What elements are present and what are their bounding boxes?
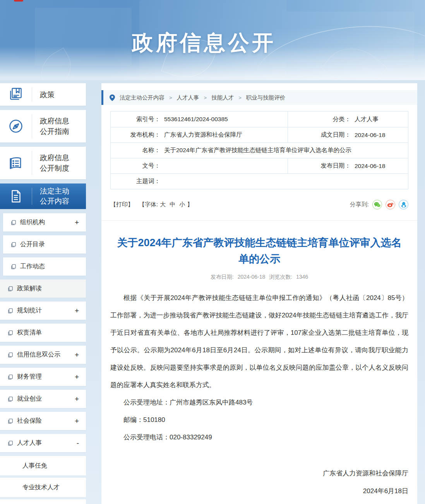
sidebar-item-label: 信用信息双公示 — [17, 351, 60, 359]
breadcrumb-item-statutory-disclosure[interactable]: 法定主动公开内容 — [120, 94, 165, 101]
signature-block: 广东省人力资源和社会保障厅 2024年6月18日 — [110, 465, 408, 500]
sidebar-item-personnel-appointment[interactable]: 人事任免 — [0, 456, 86, 475]
breadcrumb-item-skilled-talent[interactable]: 技能人才 — [211, 94, 234, 101]
index-number-label: 索引号： — [111, 115, 160, 123]
sidebar-item-catalog[interactable]: 公开目录 — [3, 235, 86, 254]
sidebar-item-organization[interactable]: 组织机构 + — [3, 213, 86, 231]
expand-icon[interactable]: + — [75, 417, 79, 425]
document-meta-table: 索引号： 553612461/2024-00385 分类： 人才人事 发布机构：… — [110, 111, 408, 189]
weibo-share-icon[interactable] — [386, 200, 395, 209]
rules-list-icon — [0, 154, 32, 171]
category-value: 人才人事 — [351, 115, 379, 123]
pages-icon — [11, 242, 16, 247]
sidebar-item-label: 法定主动公开内容 — [32, 186, 69, 206]
font-size-prefix: 【字体: — [139, 201, 158, 208]
font-size-suffix: 】 — [187, 201, 193, 208]
sidebar-item-label: 权责清单 — [17, 329, 42, 337]
font-size-large-button[interactable]: 大 — [160, 201, 166, 208]
main-layout: 政策 政府信息公开指南 — [0, 80, 425, 504]
article-title: 关于2024年广东省产教评技能生态链链主培育单位评审入选名单的公示 — [116, 235, 403, 267]
article-body: 根据《关于开展2024年产教评技能生态链链主单位申报工作的通知》（粤人社函〔20… — [110, 289, 408, 446]
table-row: 发布机构： 广东省人力资源和社会保障厅 成文日期： 2024-06-18 — [111, 127, 408, 142]
written-date-label: 成文日期： — [288, 131, 351, 139]
breadcrumb-separator: > — [169, 95, 172, 101]
sidebar-item-label: 政策 — [32, 89, 55, 100]
signature-date: 2024年6月18日 — [110, 482, 408, 500]
acceptance-address: 公示受理地址：广州市越秀区东风中路483号 — [110, 394, 408, 411]
publish-date-label: 发布日期： — [288, 162, 351, 170]
sidebar-item-credit-disclosure[interactable]: 信用信息双公示 + — [0, 346, 86, 364]
sidebar-item-social-insurance[interactable]: 社会保险 + — [0, 412, 86, 430]
breadcrumb-separator: > — [204, 95, 207, 101]
sidebar-item-policy[interactable]: 政策 — [0, 83, 86, 106]
article-meta: 发布日期: 2024-06-18 浏览次数: 1346 — [110, 274, 408, 281]
expand-icon[interactable]: + — [75, 219, 79, 226]
sidebar-item-label: 政策解读 — [17, 285, 42, 293]
table-row: 名称： 关于2024年广东省产教评技能生态链链主培育单位评审入选名单的公示 — [111, 142, 408, 158]
sidebar-item-finance[interactable]: 财务管理 + — [0, 368, 86, 386]
sidebar-item-policy-interpretation[interactable]: 政策解读 — [0, 279, 86, 298]
breadcrumb: 法定主动公开内容 > 人才人事 > 技能人才 > 职业与技能评价 — [101, 90, 417, 105]
publish-date-label: 发布日期: — [211, 274, 234, 280]
expand-icon[interactable]: + — [75, 351, 79, 358]
sidebar-item-label: 人事任免 — [22, 462, 47, 470]
sidebar-item-skilled-talent[interactable]: 技能人才 - — [0, 499, 86, 504]
font-size-small-button[interactable]: 小 — [179, 201, 185, 208]
sidebar-item-label: 工作动态 — [20, 262, 45, 271]
category-label: 分类： — [288, 115, 351, 123]
issuing-agency-label: 发布机构： — [111, 131, 160, 139]
document-name-value: 关于2024年广东省产教评技能生态链链主培育单位评审入选名单的公示 — [160, 146, 351, 154]
breadcrumb-item-talent-personnel[interactable]: 人才人事 — [177, 94, 199, 101]
expand-icon[interactable]: + — [75, 307, 79, 314]
sidebar-item-disclosure-guide[interactable]: 政府信息公开指南 — [0, 110, 86, 142]
sidebar-item-label: 政府信息公开制度 — [32, 153, 69, 173]
publish-date-value: 2024-06-18 — [351, 163, 385, 170]
expand-icon[interactable]: + — [75, 395, 79, 403]
page-header-banner: 政府信息公开 — [0, 0, 425, 80]
wechat-share-icon[interactable] — [372, 200, 382, 209]
pages-icon — [8, 396, 13, 402]
acceptance-phone: 公示受理电话：020-83329249 — [110, 429, 408, 446]
share-bar: 分享到: — [350, 200, 408, 209]
pages-icon — [8, 374, 13, 380]
sidebar-item-employment[interactable]: 就业创业 + — [0, 390, 86, 408]
keywords-label: 主题词： — [111, 177, 160, 185]
section-divider — [101, 220, 417, 221]
publish-date: 2024-06-18 — [238, 274, 266, 280]
emblem-fragment — [14, 0, 23, 2]
view-count: 1346 — [296, 274, 308, 280]
sidebar-item-disclosure-rules[interactable]: 政府信息公开制度 — [0, 147, 86, 179]
breadcrumb-item-current-page: 职业与技能评价 — [246, 94, 286, 101]
sidebar-item-label: 财务管理 — [17, 373, 42, 381]
issuing-agency-value: 广东省人力资源和社会保障厅 — [160, 131, 242, 139]
sidebar-item-professional-talent[interactable]: 专业技术人才 — [0, 478, 86, 497]
sidebar-item-statutory-disclosure[interactable]: 法定主动公开内容 — [0, 183, 86, 209]
print-button[interactable]: 【打印】 — [110, 201, 134, 208]
view-count-label: 浏览次数: — [269, 274, 292, 280]
sidebar-item-label: 规划统计 — [17, 307, 42, 315]
pages-icon — [8, 441, 13, 446]
book-icon — [0, 86, 32, 103]
sidebar-item-planning-statistics[interactable]: 规划统计 + — [0, 302, 86, 320]
sidebar-item-label: 专业技术人才 — [22, 483, 60, 492]
article: 关于2024年广东省产教评技能生态链链主培育单位评审入选名单的公示 发布日期: … — [101, 235, 417, 504]
content-panel: 法定主动公开内容 > 人才人事 > 技能人才 > 职业与技能评价 索引号： 55… — [101, 83, 417, 504]
sidebar: 政策 政府信息公开指南 — [0, 83, 86, 504]
pages-icon — [8, 352, 13, 358]
document-icon — [0, 188, 32, 204]
expand-icon[interactable]: + — [75, 373, 79, 381]
sidebar-item-work-news[interactable]: 工作动态 — [3, 257, 86, 276]
article-paragraph: 根据《关于开展2024年产教评技能生态链链主单位申报工作的通知》（粤人社函〔20… — [110, 289, 408, 394]
collapse-icon[interactable]: - — [77, 439, 79, 447]
document-number-label: 文号： — [111, 162, 160, 170]
sidebar-item-talent-personnel[interactable]: 人才人事 - — [0, 434, 86, 452]
qq-share-icon[interactable] — [399, 200, 408, 209]
sidebar-item-responsibility-list[interactable]: 权责清单 — [0, 324, 86, 342]
sidebar-item-label: 人才人事 — [17, 439, 42, 447]
breadcrumb-separator: > — [238, 95, 242, 101]
compass-icon — [0, 118, 32, 135]
sidebar-item-label: 政府信息公开指南 — [32, 116, 69, 137]
pages-icon — [8, 330, 13, 336]
font-size-medium-button[interactable]: 中 — [170, 201, 175, 208]
sidebar-item-label: 社会保险 — [17, 417, 42, 425]
